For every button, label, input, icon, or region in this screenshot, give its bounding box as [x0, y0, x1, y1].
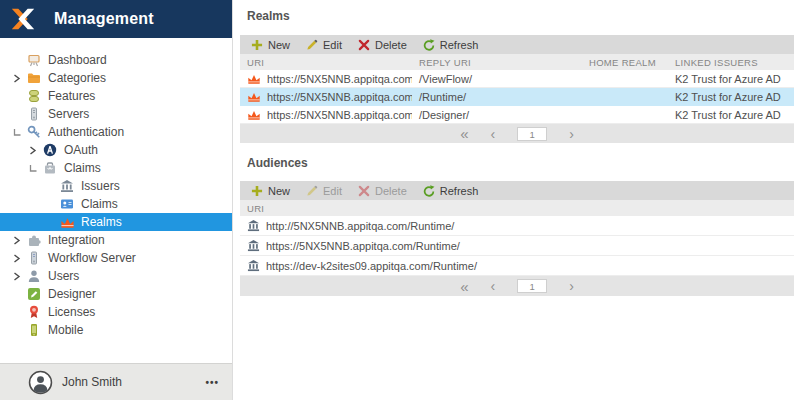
chevron-right-icon[interactable] — [13, 254, 27, 263]
pagination-next-button[interactable]: › — [569, 279, 574, 293]
sidebar-item-issuers[interactable]: Issuers — [0, 177, 232, 195]
sidebar-item-realms[interactable]: Realms — [0, 213, 232, 231]
realms-table-row[interactable]: https://5NX5NNB.appitqa.com/ViewFlow/ /V… — [240, 70, 794, 88]
pagination-first-button[interactable]: « — [460, 279, 468, 294]
sidebar-item-mobile[interactable]: Mobile — [0, 321, 232, 339]
realm-uri: https://5NX5NNB.appitqa.com/Runtime/ — [267, 91, 412, 103]
realms-pagination: « ‹ 1 › — [240, 124, 794, 143]
pencil-icon — [306, 39, 318, 51]
audiences-table-row[interactable]: https://5NX5NNB.appitqa.com/Runtime/ — [240, 236, 794, 256]
sidebar-item-label: Workflow Server — [48, 251, 136, 265]
bank-icon — [60, 179, 77, 193]
sidebar-item-label: Claims — [64, 161, 101, 175]
column-header-uri: URI — [240, 57, 412, 68]
sidebar-item-label: Users — [48, 269, 79, 283]
realm-reply-uri: /Designer/ — [412, 109, 582, 121]
sidebar-item-claims[interactable]: Claims — [0, 195, 232, 213]
realm-uri: https://5NX5NNB.appitqa.com/Designer/ — [267, 109, 412, 121]
audiences-new-button[interactable]: New — [245, 181, 300, 200]
sidebar-item-licenses[interactable]: Licenses — [0, 303, 232, 321]
pagination-first-button[interactable]: « — [460, 126, 468, 141]
sidebar: Management Dashboard Categories Features — [0, 0, 233, 400]
pagination-next-button[interactable]: › — [569, 127, 574, 141]
crown-icon — [247, 109, 261, 121]
button-label: Refresh — [440, 39, 479, 51]
sidebar-item-label: Claims — [81, 197, 118, 211]
sidebar-item-integration[interactable]: Integration — [0, 231, 232, 249]
audiences-delete-button-disabled: Delete — [352, 181, 417, 200]
realm-reply-uri: /Runtime/ — [412, 91, 582, 103]
realms-edit-button[interactable]: Edit — [300, 35, 352, 54]
chevron-right-icon[interactable] — [29, 146, 43, 155]
realms-delete-button[interactable]: Delete — [352, 35, 417, 54]
chevron-right-icon[interactable] — [13, 272, 27, 281]
column-header-linked-issuers: LINKED ISSUERS — [668, 57, 794, 68]
server-icon — [27, 107, 44, 121]
sidebar-item-label: Issuers — [81, 179, 120, 193]
avatar-icon[interactable] — [28, 370, 53, 395]
pagination-page-number: 1 — [517, 127, 547, 141]
sidebar-item-designer[interactable]: Designer — [0, 285, 232, 303]
id-card-icon — [60, 197, 77, 211]
realm-linked-issuers: K2 Trust for Azure AD — [668, 73, 794, 85]
realms-section-title: Realms — [247, 9, 794, 23]
sidebar-item-label: Realms — [81, 215, 122, 229]
sidebar-item-authentication[interactable]: Authentication — [0, 123, 232, 141]
sidebar-item-categories[interactable]: Categories — [0, 69, 232, 87]
pagination-prev-button[interactable]: ‹ — [491, 127, 496, 141]
pagination-page-number: 1 — [517, 279, 547, 293]
sidebar-item-label: Categories — [48, 71, 106, 85]
realms-table-row[interactable]: https://5NX5NNB.appitqa.com/Designer/ /D… — [240, 106, 794, 124]
sidebar-item-dashboard[interactable]: Dashboard — [0, 51, 232, 69]
puzzle-icon — [27, 233, 44, 247]
realm-linked-issuers: K2 Trust for Azure AD — [668, 109, 794, 121]
user-name: John Smith — [62, 375, 205, 389]
button-label: Delete — [375, 185, 407, 197]
realms-new-button[interactable]: New — [245, 35, 300, 54]
sidebar-item-servers[interactable]: Servers — [0, 105, 232, 123]
realms-refresh-button[interactable]: Refresh — [417, 35, 489, 54]
audiences-table-row[interactable]: http://5NX5NNB.appitqa.com/Runtime/ — [240, 216, 794, 236]
realm-reply-uri: /ViewFlow/ — [412, 73, 582, 85]
sidebar-item-users[interactable]: Users — [0, 267, 232, 285]
audiences-table-header: URI — [240, 200, 794, 216]
collapse-corner-icon[interactable] — [13, 128, 27, 137]
audiences-section-title: Audiences — [247, 156, 794, 170]
k2-logo-icon — [9, 5, 37, 33]
chevron-right-icon[interactable] — [13, 236, 27, 245]
audiences-refresh-button[interactable]: Refresh — [417, 181, 489, 200]
realm-uri: https://5NX5NNB.appitqa.com/ViewFlow/ — [267, 73, 412, 85]
sidebar-item-label: Authentication — [48, 125, 124, 139]
pagination-prev-button[interactable]: ‹ — [491, 279, 496, 293]
plus-icon — [251, 185, 263, 197]
user-menu-ellipsis-icon[interactable]: ••• — [205, 377, 219, 388]
chevron-right-icon[interactable] — [13, 74, 27, 83]
sidebar-item-oauth[interactable]: OAuth — [0, 141, 232, 159]
user-bar: John Smith ••• — [0, 363, 232, 400]
collapse-corner-icon[interactable] — [29, 164, 43, 173]
button-label: New — [268, 39, 290, 51]
features-icon — [27, 89, 44, 103]
button-label: Delete — [375, 39, 407, 51]
sidebar-item-label: Features — [48, 89, 95, 103]
sidebar-item-features[interactable]: Features — [0, 87, 232, 105]
realms-table-row-selected[interactable]: https://5NX5NNB.appitqa.com/Runtime/ /Ru… — [240, 88, 794, 106]
sidebar-item-claims-group[interactable]: Claims — [0, 159, 232, 177]
user-icon — [27, 269, 44, 283]
column-header-reply-uri: REPLY URI — [412, 57, 582, 68]
audience-uri: http://5NX5NNB.appitqa.com/Runtime/ — [266, 220, 454, 232]
delete-x-icon — [358, 39, 370, 51]
sidebar-item-label: Dashboard — [48, 53, 107, 67]
pencil-icon — [306, 185, 318, 197]
plus-icon — [251, 39, 263, 51]
mobile-phone-icon — [27, 323, 44, 337]
oauth-icon — [43, 143, 60, 157]
sidebar-nav: Dashboard Categories Features Servers — [0, 38, 232, 363]
button-label: Refresh — [440, 185, 479, 197]
crown-icon — [247, 73, 261, 85]
audiences-table-row[interactable]: https://dev-k2sites09.appitqa.com/Runtim… — [240, 256, 794, 276]
refresh-icon — [423, 185, 435, 197]
sidebar-item-workflow-server[interactable]: Workflow Server — [0, 249, 232, 267]
workflow-server-icon — [27, 251, 44, 265]
app-title: Management — [54, 10, 154, 28]
